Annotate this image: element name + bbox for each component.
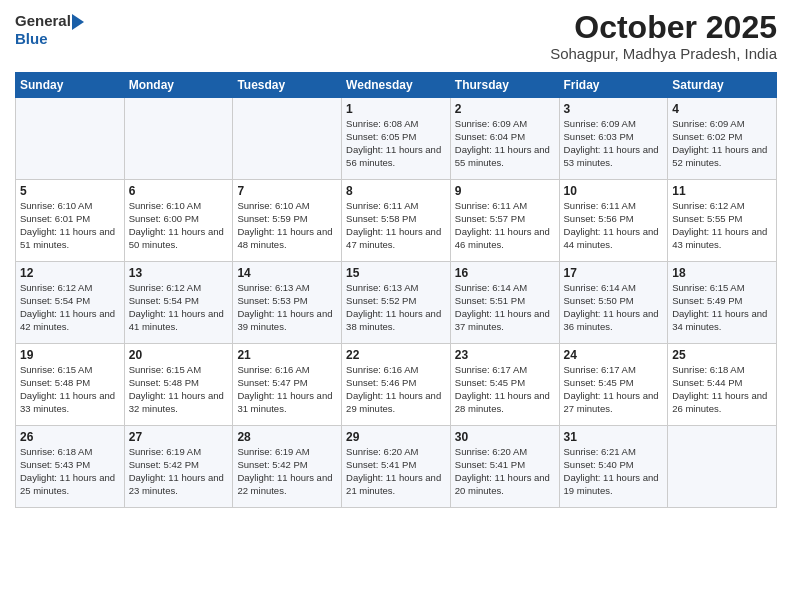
cell-info: Sunrise: 6:13 AM Sunset: 5:53 PM Dayligh…: [237, 282, 337, 333]
cell-info: Sunrise: 6:18 AM Sunset: 5:44 PM Dayligh…: [672, 364, 772, 415]
day-number: 17: [564, 266, 664, 280]
day-number: 6: [129, 184, 229, 198]
day-number: 18: [672, 266, 772, 280]
cell-info: Sunrise: 6:10 AM Sunset: 5:59 PM Dayligh…: [237, 200, 337, 251]
calendar-cell: 20Sunrise: 6:15 AM Sunset: 5:48 PM Dayli…: [124, 344, 233, 426]
calendar-cell: 16Sunrise: 6:14 AM Sunset: 5:51 PM Dayli…: [450, 262, 559, 344]
calendar-week-5: 26Sunrise: 6:18 AM Sunset: 5:43 PM Dayli…: [16, 426, 777, 508]
day-number: 27: [129, 430, 229, 444]
day-number: 13: [129, 266, 229, 280]
calendar-cell: 8Sunrise: 6:11 AM Sunset: 5:58 PM Daylig…: [342, 180, 451, 262]
cell-info: Sunrise: 6:15 AM Sunset: 5:48 PM Dayligh…: [20, 364, 120, 415]
day-number: 5: [20, 184, 120, 198]
calendar-cell: 24Sunrise: 6:17 AM Sunset: 5:45 PM Dayli…: [559, 344, 668, 426]
col-friday: Friday: [559, 73, 668, 98]
calendar-cell: 5Sunrise: 6:10 AM Sunset: 6:01 PM Daylig…: [16, 180, 125, 262]
cell-info: Sunrise: 6:10 AM Sunset: 6:00 PM Dayligh…: [129, 200, 229, 251]
month-title: October 2025: [15, 10, 777, 45]
cell-info: Sunrise: 6:10 AM Sunset: 6:01 PM Dayligh…: [20, 200, 120, 251]
calendar-cell: 21Sunrise: 6:16 AM Sunset: 5:47 PM Dayli…: [233, 344, 342, 426]
calendar-cell: 9Sunrise: 6:11 AM Sunset: 5:57 PM Daylig…: [450, 180, 559, 262]
calendar-cell: 29Sunrise: 6:20 AM Sunset: 5:41 PM Dayli…: [342, 426, 451, 508]
cell-info: Sunrise: 6:12 AM Sunset: 5:54 PM Dayligh…: [129, 282, 229, 333]
day-number: 1: [346, 102, 446, 116]
cell-info: Sunrise: 6:15 AM Sunset: 5:48 PM Dayligh…: [129, 364, 229, 415]
cell-info: Sunrise: 6:08 AM Sunset: 6:05 PM Dayligh…: [346, 118, 446, 169]
logo-blue: Blue: [15, 30, 48, 47]
calendar-cell: 7Sunrise: 6:10 AM Sunset: 5:59 PM Daylig…: [233, 180, 342, 262]
calendar-cell: 15Sunrise: 6:13 AM Sunset: 5:52 PM Dayli…: [342, 262, 451, 344]
day-number: 11: [672, 184, 772, 198]
day-number: 19: [20, 348, 120, 362]
day-number: 8: [346, 184, 446, 198]
calendar-cell: 12Sunrise: 6:12 AM Sunset: 5:54 PM Dayli…: [16, 262, 125, 344]
cell-info: Sunrise: 6:13 AM Sunset: 5:52 PM Dayligh…: [346, 282, 446, 333]
cell-info: Sunrise: 6:15 AM Sunset: 5:49 PM Dayligh…: [672, 282, 772, 333]
calendar-week-1: 1Sunrise: 6:08 AM Sunset: 6:05 PM Daylig…: [16, 98, 777, 180]
logo: General Blue: [15, 12, 85, 48]
calendar-cell: 30Sunrise: 6:20 AM Sunset: 5:41 PM Dayli…: [450, 426, 559, 508]
day-number: 21: [237, 348, 337, 362]
day-number: 7: [237, 184, 337, 198]
cell-info: Sunrise: 6:20 AM Sunset: 5:41 PM Dayligh…: [346, 446, 446, 497]
cell-info: Sunrise: 6:21 AM Sunset: 5:40 PM Dayligh…: [564, 446, 664, 497]
header-right: October 2025 Sohagpur, Madhya Pradesh, I…: [15, 10, 777, 62]
cell-info: Sunrise: 6:11 AM Sunset: 5:56 PM Dayligh…: [564, 200, 664, 251]
day-number: 24: [564, 348, 664, 362]
col-thursday: Thursday: [450, 73, 559, 98]
calendar-cell: [233, 98, 342, 180]
header-row: Sunday Monday Tuesday Wednesday Thursday…: [16, 73, 777, 98]
cell-info: Sunrise: 6:19 AM Sunset: 5:42 PM Dayligh…: [129, 446, 229, 497]
calendar-table: Sunday Monday Tuesday Wednesday Thursday…: [15, 72, 777, 508]
calendar-cell: 1Sunrise: 6:08 AM Sunset: 6:05 PM Daylig…: [342, 98, 451, 180]
col-wednesday: Wednesday: [342, 73, 451, 98]
calendar-week-2: 5Sunrise: 6:10 AM Sunset: 6:01 PM Daylig…: [16, 180, 777, 262]
cell-info: Sunrise: 6:12 AM Sunset: 5:55 PM Dayligh…: [672, 200, 772, 251]
day-number: 31: [564, 430, 664, 444]
logo-general: General: [15, 12, 71, 29]
calendar-cell: 22Sunrise: 6:16 AM Sunset: 5:46 PM Dayli…: [342, 344, 451, 426]
cell-info: Sunrise: 6:17 AM Sunset: 5:45 PM Dayligh…: [564, 364, 664, 415]
logo-flag-icon: [72, 14, 84, 30]
cell-info: Sunrise: 6:16 AM Sunset: 5:46 PM Dayligh…: [346, 364, 446, 415]
col-saturday: Saturday: [668, 73, 777, 98]
calendar-week-3: 12Sunrise: 6:12 AM Sunset: 5:54 PM Dayli…: [16, 262, 777, 344]
calendar-cell: 10Sunrise: 6:11 AM Sunset: 5:56 PM Dayli…: [559, 180, 668, 262]
calendar-cell: 14Sunrise: 6:13 AM Sunset: 5:53 PM Dayli…: [233, 262, 342, 344]
calendar-cell: [124, 98, 233, 180]
day-number: 10: [564, 184, 664, 198]
day-number: 30: [455, 430, 555, 444]
day-number: 20: [129, 348, 229, 362]
cell-info: Sunrise: 6:09 AM Sunset: 6:03 PM Dayligh…: [564, 118, 664, 169]
cell-info: Sunrise: 6:17 AM Sunset: 5:45 PM Dayligh…: [455, 364, 555, 415]
cell-info: Sunrise: 6:14 AM Sunset: 5:50 PM Dayligh…: [564, 282, 664, 333]
cell-info: Sunrise: 6:16 AM Sunset: 5:47 PM Dayligh…: [237, 364, 337, 415]
cell-info: Sunrise: 6:09 AM Sunset: 6:04 PM Dayligh…: [455, 118, 555, 169]
location: Sohagpur, Madhya Pradesh, India: [15, 45, 777, 62]
cell-info: Sunrise: 6:20 AM Sunset: 5:41 PM Dayligh…: [455, 446, 555, 497]
calendar-cell: 27Sunrise: 6:19 AM Sunset: 5:42 PM Dayli…: [124, 426, 233, 508]
page-container: General Blue October 2025 Sohagpur, Madh…: [0, 0, 792, 513]
calendar-cell: 31Sunrise: 6:21 AM Sunset: 5:40 PM Dayli…: [559, 426, 668, 508]
day-number: 28: [237, 430, 337, 444]
calendar-cell: 23Sunrise: 6:17 AM Sunset: 5:45 PM Dayli…: [450, 344, 559, 426]
col-monday: Monday: [124, 73, 233, 98]
calendar-cell: 26Sunrise: 6:18 AM Sunset: 5:43 PM Dayli…: [16, 426, 125, 508]
cell-info: Sunrise: 6:18 AM Sunset: 5:43 PM Dayligh…: [20, 446, 120, 497]
calendar-cell: 4Sunrise: 6:09 AM Sunset: 6:02 PM Daylig…: [668, 98, 777, 180]
calendar-cell: 17Sunrise: 6:14 AM Sunset: 5:50 PM Dayli…: [559, 262, 668, 344]
day-number: 16: [455, 266, 555, 280]
calendar-cell: [16, 98, 125, 180]
calendar-cell: 2Sunrise: 6:09 AM Sunset: 6:04 PM Daylig…: [450, 98, 559, 180]
day-number: 26: [20, 430, 120, 444]
cell-info: Sunrise: 6:14 AM Sunset: 5:51 PM Dayligh…: [455, 282, 555, 333]
day-number: 2: [455, 102, 555, 116]
day-number: 29: [346, 430, 446, 444]
calendar-cell: [668, 426, 777, 508]
col-tuesday: Tuesday: [233, 73, 342, 98]
calendar-cell: 13Sunrise: 6:12 AM Sunset: 5:54 PM Dayli…: [124, 262, 233, 344]
cell-info: Sunrise: 6:12 AM Sunset: 5:54 PM Dayligh…: [20, 282, 120, 333]
cell-info: Sunrise: 6:09 AM Sunset: 6:02 PM Dayligh…: [672, 118, 772, 169]
day-number: 12: [20, 266, 120, 280]
calendar-cell: 25Sunrise: 6:18 AM Sunset: 5:44 PM Dayli…: [668, 344, 777, 426]
